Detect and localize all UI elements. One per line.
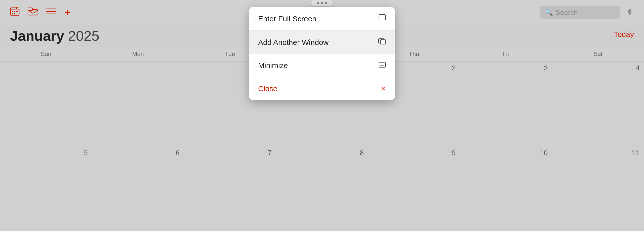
cell-dec-29[interactable] (0, 62, 92, 146)
cell-jan-6[interactable]: 6 (92, 146, 184, 231)
cell-jan-3[interactable]: 3 (460, 62, 552, 146)
svg-rect-6 (16, 11, 18, 12)
menu-item-minimize[interactable]: Minimize (249, 54, 395, 77)
cell-jan-11[interactable]: 11 (552, 146, 644, 231)
dot-3 (325, 2, 327, 4)
minimize-icon (378, 62, 386, 70)
cell-number: 7 (188, 149, 272, 157)
cell-number: 6 (96, 149, 180, 157)
cell-jan-8[interactable]: 8 (276, 146, 368, 231)
cell-number: 8 (280, 149, 364, 157)
cell-jan-10[interactable]: 10 (460, 146, 552, 231)
close-icon: ✕ (380, 85, 386, 93)
inbox-icon[interactable] (28, 7, 38, 18)
svg-rect-4 (12, 11, 13, 12)
month-title: January 2025 (10, 28, 99, 44)
cell-jan-9[interactable]: 9 (368, 146, 460, 231)
search-placeholder: Search (555, 9, 578, 17)
add-icon[interactable]: + (64, 7, 71, 18)
day-header-sat: Sat (552, 46, 644, 61)
menu-item-add-window-label: Add Another Window (258, 38, 329, 47)
svg-rect-15 (380, 15, 385, 15)
day-header-mon: Mon (92, 46, 184, 61)
svg-rect-20 (379, 62, 385, 67)
svg-rect-2 (13, 7, 13, 9)
add-window-icon (378, 38, 386, 47)
cell-number: 11 (556, 149, 640, 157)
dot-2 (321, 2, 323, 4)
menu-item-add-window[interactable]: Add Another Window (249, 31, 395, 54)
calendar-icon[interactable] (10, 7, 20, 18)
svg-rect-11 (46, 9, 56, 9)
cell-jan-5[interactable]: 5 (0, 146, 92, 231)
list-icon[interactable] (46, 7, 56, 18)
svg-rect-12 (46, 11, 56, 12)
year-label: 2025 (68, 28, 99, 44)
svg-rect-7 (12, 13, 13, 14)
today-button[interactable]: Today (614, 30, 634, 39)
three-dot-button[interactable] (311, 0, 333, 6)
cell-number: 4 (556, 64, 640, 72)
toolbar-right: 🔍 Search 🎙 (540, 6, 634, 19)
cell-number: 9 (372, 149, 456, 157)
menu-item-close[interactable]: Close ✕ (249, 77, 395, 100)
svg-rect-5 (14, 11, 15, 12)
cell-number: 5 (4, 149, 88, 157)
day-header-sun: Sun (0, 46, 92, 61)
cell-jan-4[interactable]: 4 (552, 62, 644, 146)
svg-rect-3 (16, 7, 17, 9)
cell-number: 3 (464, 64, 548, 72)
toolbar-left: + (10, 7, 71, 18)
month-label: January (10, 28, 64, 44)
svg-rect-10 (28, 8, 32, 11)
svg-rect-14 (379, 15, 385, 20)
cell-dec-30[interactable] (92, 62, 184, 146)
full-screen-icon (378, 14, 386, 23)
day-header-fri: Fri (460, 46, 552, 61)
dropdown-menu: Enter Full Screen Add Another Window Min… (249, 7, 395, 100)
search-bar[interactable]: 🔍 Search (540, 6, 620, 19)
menu-item-minimize-label: Minimize (258, 61, 288, 70)
menu-item-full-screen[interactable]: Enter Full Screen (249, 7, 395, 31)
svg-rect-8 (14, 13, 15, 14)
menu-item-close-label: Close (258, 84, 277, 93)
menu-item-full-screen-label: Enter Full Screen (258, 15, 316, 23)
search-icon: 🔍 (545, 9, 553, 16)
mic-icon[interactable]: 🎙 (626, 8, 634, 17)
svg-rect-1 (11, 10, 19, 10)
cell-number: 10 (464, 149, 548, 157)
dot-1 (317, 2, 319, 4)
cell-jan-7[interactable]: 7 (184, 146, 276, 231)
svg-rect-13 (46, 14, 56, 14)
